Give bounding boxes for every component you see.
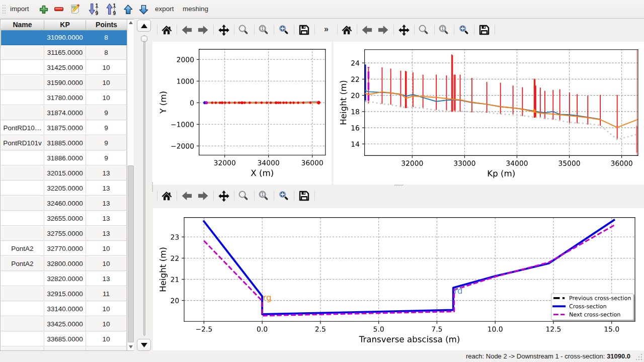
svg-text:1: 1 (441, 26, 444, 31)
svg-text:9: 9 (96, 11, 99, 16)
svg-text:9: 9 (113, 11, 116, 16)
svg-text:1: 1 (113, 3, 116, 9)
svg-text:1: 1 (96, 3, 99, 9)
svg-text:1: 1 (261, 192, 264, 197)
svg-text:1: 1 (261, 26, 264, 31)
